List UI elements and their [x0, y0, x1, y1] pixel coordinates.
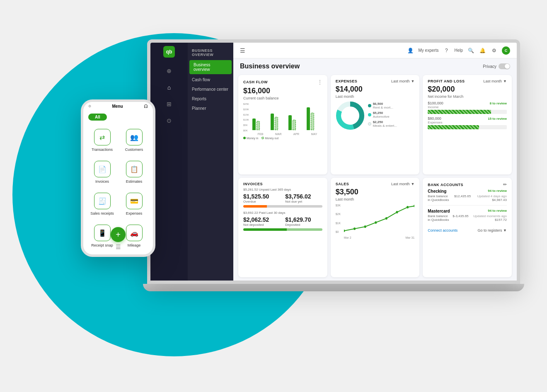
sales-chart: $3K$2K$1K$0	[336, 204, 415, 239]
sales-x-end: Mar 31	[406, 236, 415, 239]
checking-bank-label: Bank balance	[428, 194, 448, 198]
customers-label: Customers	[125, 148, 143, 152]
sidebar-add-icon[interactable]: ⊕	[163, 65, 175, 77]
notdue-label: Not due yet	[285, 200, 322, 203]
sales-amount: $3,500	[336, 188, 415, 196]
gear-icon[interactable]: ⚙	[490, 47, 498, 54]
privacy-switch[interactable]	[499, 63, 510, 69]
nav-header: Business overview	[188, 46, 233, 59]
sales-title: SALES	[336, 182, 349, 186]
cash-flow-menu-icon[interactable]: ⋮	[317, 79, 322, 85]
bank-accounts-card: BANK ACCOUNTS ✏ Checking 94 to review Ba…	[423, 178, 512, 277]
sales-receipts-label: Sales receipts	[90, 211, 114, 215]
pl-title: PROFIT AND LOSS	[428, 79, 465, 83]
sidebar-globe-icon[interactable]: ⊙	[163, 115, 175, 126]
expenses-card: EXPENSES Last month ▼ $14,000 Last month	[331, 75, 420, 174]
phone-item-estimates[interactable]: 📋 Estimates	[119, 157, 150, 188]
notdeposited-amount: $2,062.52	[243, 216, 280, 223]
phone-gear-icon: ⚙	[88, 104, 91, 108]
legend-out: Money out	[265, 137, 278, 140]
sales-x-start: Mar 2	[344, 236, 351, 239]
sidebar-building-icon[interactable]: ⊞	[163, 98, 175, 110]
mastercard-review[interactable]: 94 to review	[488, 209, 507, 213]
estimates-icon: 📋	[126, 161, 143, 177]
deposited-label: Deposited	[285, 223, 322, 227]
pl-period[interactable]: Last month▼	[484, 79, 507, 83]
phone-bottom-menu-icon[interactable]: ☰	[116, 244, 121, 250]
expenses-icon: 💳	[126, 193, 143, 209]
edit-icon[interactable]: ✏	[503, 182, 507, 187]
svg-point-4	[344, 230, 345, 232]
privacy-toggle[interactable]: Privacy	[483, 63, 510, 69]
phone-status-bar: ⚙ Menu 🎧	[83, 102, 153, 110]
user-avatar[interactable]: C	[502, 46, 510, 55]
my-experts-label[interactable]: My experts	[419, 48, 439, 53]
donut-chart	[336, 101, 365, 130]
nav-item-reports[interactable]: Reports	[188, 94, 233, 104]
bell-icon[interactable]: 🔔	[479, 47, 486, 54]
invoices-unpaid-header: $5,281.52 Unpaid Last 365 days	[243, 188, 322, 191]
phone-item-expenses[interactable]: 💳 Expenses	[119, 189, 150, 220]
bank-accounts-title: BANK ACCOUNTS	[428, 183, 463, 187]
phone-filter-bar: All	[83, 110, 153, 123]
invoices-paid-header: $3,692.22 Paid Last 30 days	[243, 211, 322, 215]
expenses-amount: $14,000	[336, 85, 415, 94]
pl-expenses-review[interactable]: 15 to review	[488, 117, 507, 121]
nav-item-cashflow[interactable]: Cash flow	[188, 75, 233, 85]
mastercard-bank-balance: $-3,435.65	[453, 214, 468, 218]
cash-flow-card: CASH FLOW ⋮ $16,000 Current cash balance…	[238, 75, 327, 174]
phone-item-transactions[interactable]: ⇄ Transactions	[87, 125, 118, 156]
connect-accounts-link[interactable]: Connect accounts	[428, 228, 457, 232]
phone-frame: ⚙ Menu 🎧 All ⇄ Transactions 👥 Customers …	[81, 99, 155, 257]
expenses-phone-label: Expenses	[126, 211, 143, 215]
phone-fab[interactable]: +	[111, 227, 126, 242]
sales-card: SALES Last month▼ $3,500 Last month $3K$…	[331, 178, 420, 277]
notdue-amount: $3,756.02	[285, 193, 322, 200]
phone-menu-title: Menu	[112, 104, 123, 109]
privacy-label: Privacy	[483, 64, 496, 69]
cash-flow-subtitle: Current cash balance	[243, 96, 322, 100]
sidebar-home-icon[interactable]: ⌂	[163, 82, 175, 93]
pl-income-text: Income	[428, 105, 507, 109]
mileage-label: Mileage	[128, 243, 141, 247]
phone-item-invoices[interactable]: 📄 Invoices	[87, 157, 118, 188]
profit-loss-card: PROFIT AND LOSS Last month▼ $20,000 Net …	[423, 75, 512, 174]
nav-item-overview[interactable]: Business overview	[189, 60, 232, 74]
secondary-nav: Business overview Business overview Cash…	[188, 43, 233, 281]
qb-app: qb ⊕ ⌂ ⊞ ⊙ Business overview Business ov…	[150, 43, 517, 281]
invoices-label: Invoices	[95, 179, 109, 184]
pl-amount: $20,000	[428, 85, 507, 94]
nav-item-performance[interactable]: Performance center	[188, 85, 233, 94]
cash-flow-amount: $16,000	[243, 87, 322, 95]
donut-container: $6,500Rent & mort... $5,250Automotive $2…	[336, 101, 415, 130]
page-title: Business overview	[240, 63, 300, 70]
phone-item-customers[interactable]: 👥 Customers	[119, 125, 150, 156]
pl-income-review[interactable]: 8 to review	[490, 102, 507, 105]
mastercard-qb-balance: $157.72	[495, 218, 507, 222]
deposited-amount: $1,629.70	[285, 216, 322, 223]
main-content: ☰ 👤 My experts ? Help 🔍 🔔 ⚙ C Business o…	[233, 43, 517, 281]
mastercard-updated: Updated moments ago	[473, 214, 507, 218]
go-to-registers-link[interactable]: Go to registers ▼	[478, 228, 507, 232]
top-bar-right: 👤 My experts ? Help 🔍 🔔 ⚙ C	[407, 46, 510, 55]
hamburger-icon[interactable]: ☰	[240, 47, 245, 54]
help-label[interactable]: Help	[454, 48, 463, 53]
checking-qb-balance: $4,987.43	[492, 198, 507, 202]
expenses-period[interactable]: Last month ▼	[391, 79, 414, 83]
nav-item-planner[interactable]: Planner	[188, 104, 233, 113]
search-icon[interactable]: 🔍	[467, 47, 474, 54]
filter-pill-all[interactable]: All	[88, 114, 107, 121]
overdue-label: Overdue	[243, 200, 280, 203]
customers-icon: 👥	[126, 129, 143, 145]
legend-in: Money in	[247, 137, 258, 140]
laptop-container: qb ⊕ ⌂ ⊞ ⊙ Business overview Business ov…	[147, 39, 537, 321]
transactions-label: Transactions	[92, 148, 113, 152]
sales-period[interactable]: Last month▼	[391, 182, 414, 186]
checking-review[interactable]: 94 to review	[488, 189, 507, 194]
receipt-snap-label: Receipt snap	[91, 243, 113, 247]
invoices-card: INVOICES $5,281.52 Unpaid Last 365 days …	[238, 178, 327, 277]
svg-point-9	[396, 211, 398, 213]
donut-legend: $6,500Rent & mort... $5,250Automotive $2…	[368, 102, 397, 129]
checking-updated: Updated 4 days ago	[477, 194, 507, 198]
phone-item-sales-receipts[interactable]: 🧾 Sales receipts	[87, 189, 118, 220]
